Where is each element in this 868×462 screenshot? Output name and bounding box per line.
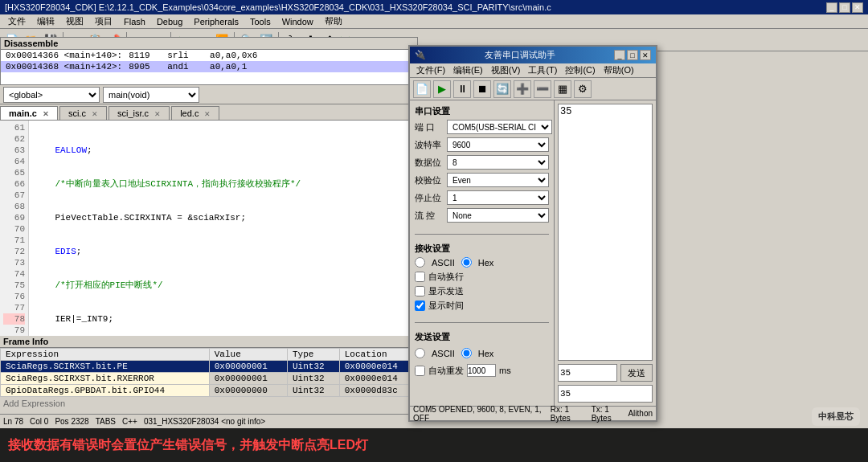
send-hex-label: Hex [478,349,494,358]
serial-clear-btn[interactable]: 🔄 [493,80,511,98]
tab-led-c[interactable]: led.c ✕ [171,106,219,120]
recv-hex-radio[interactable] [461,257,472,268]
frame-loc-3: 0x0000d83c [339,385,417,397]
menu-help[interactable]: 帮助 [320,14,347,28]
frame-row-1: SciaRegs.SCIRXST.bit.PE 0x00000001 Uint3… [1,361,418,373]
status-col: Col 0 [30,417,48,426]
menu-view[interactable]: 视图 [61,14,88,28]
global-dropdown[interactable]: <global> [3,87,100,103]
dis-code-1: 8119 [129,51,161,60]
serial-send-area[interactable]: 35 [558,364,617,382]
serial-minimize-btn[interactable]: _ [614,50,625,60]
databits-select[interactable]: 8 [447,155,549,170]
serial-input-area[interactable]: 35 [558,385,653,403]
baud-label: 波特率 [415,139,447,151]
menu-flash[interactable]: Flash [119,16,150,27]
auto-newline-check[interactable] [415,272,425,282]
send-encoding-group: ASCII Hex [415,348,549,358]
ln-71: 71 [3,235,25,246]
show-time-check[interactable] [415,301,425,311]
send-settings-label: 发送设置 [415,331,549,343]
serial-maximize-btn[interactable]: □ [627,50,638,60]
watermark: 中科昱芯 [812,407,860,426]
line-numbers: 61 62 63 64 65 66 67 68 69 70 71 72 73 7… [0,121,29,336]
frame-loc-1: 0x0000e014 [339,361,417,373]
serial-menu-file[interactable]: 文件(F) [413,63,448,77]
stopbits-select[interactable]: 1 [447,190,549,205]
menu-window[interactable]: Window [277,16,318,27]
col-expression: Expression [1,349,210,361]
send-value: 35 [560,368,571,378]
serial-content: 串口设置 端 口 COM5(USB-SERIAL CI 波特率 9600 数据位 [410,100,656,406]
tab-close-led[interactable]: ✕ [204,110,211,118]
serial-open-btn[interactable]: 📄 [413,80,431,98]
serial-left-panel: 串口设置 端 口 COM5(USB-SERIAL CI 波特率 9600 数据位 [410,100,555,406]
menu-file[interactable]: 文件 [3,14,31,28]
close-btn[interactable]: ✕ [852,2,863,13]
tab-main-c[interactable]: main.c ✕ [0,106,58,120]
serial-minus-btn[interactable]: ➖ [534,80,551,98]
serial-menu: 文件(F) 编辑(E) 视图(V) 工具(T) 控制(C) 帮助(O) [410,63,656,78]
ide-menu-bar: 文件 编辑 视图 项目 Flash Debug Peripherals Tool… [0,14,868,29]
send-ascii-label: ASCII [432,349,455,358]
send-ascii-radio[interactable] [415,348,425,358]
menu-edit[interactable]: 编辑 [32,14,59,28]
serial-menu-help[interactable]: 帮助(O) [600,63,637,77]
tab-close-sci[interactable]: ✕ [92,110,98,118]
menu-peripherals[interactable]: Peripherals [189,16,244,27]
code-line-66: IER|=_INT9; [34,313,413,325]
baud-select[interactable]: 9600 [447,137,549,152]
tab-close-main[interactable]: ✕ [43,110,49,118]
serial-status-text: COM5 OPENED, 9600, 8, EVEN, 1, OFF [413,405,547,423]
auto-repeat-check[interactable] [415,366,425,376]
serial-stop-btn[interactable]: ⏹ [473,80,491,98]
auto-repeat-interval[interactable] [467,364,496,377]
ln-77: 77 [3,302,25,313]
menu-tools[interactable]: Tools [245,16,276,27]
show-send-check[interactable] [415,286,425,296]
serial-menu-edit[interactable]: 编辑(E) [450,63,486,77]
watermark-text: 中科昱芯 [818,411,854,421]
send-button[interactable]: 发送 [620,364,653,382]
dis-addr-2: 0x00014368 <main+142>: [6,62,122,72]
serial-recv-area[interactable]: 35 [558,104,653,361]
func-dropdown[interactable]: main(void) [103,87,199,103]
ln-69: 69 [3,212,25,223]
recv-ascii-radio[interactable] [415,257,425,268]
frame-expr-1: SciaRegs.SCIRXST.bit.PE [1,361,210,373]
auto-repeat-row: 自动重发 ms [415,364,549,377]
serial-menu-tools[interactable]: 工具(T) [525,63,560,77]
nav-toolbar: <global> main(void) [0,85,418,104]
code-content[interactable]: EALLOW; /*中断向量表入口地址SCIRXINTA，指向执行接收校验程序*… [29,121,418,336]
add-expression[interactable]: Add Expression [0,397,418,410]
minimize-btn[interactable]: _ [826,2,837,13]
tab-sci-c[interactable]: sci.c ✕ [59,106,107,120]
tab-sci-isr-c[interactable]: sci_isr.c ✕ [108,106,170,120]
ms-label: ms [499,366,511,375]
port-settings-section: 串口设置 端 口 COM5(USB-SERIAL CI 波特率 9600 数据位 [415,105,549,226]
serial-connect-btn[interactable]: ▶ [433,80,451,98]
code-line-63: PieVectTable.SCIRXINTA = &sciaRxIsr; [34,212,413,223]
ln-73: 73 [3,257,25,268]
serial-add-btn[interactable]: ➕ [514,80,531,98]
menu-project[interactable]: 项目 [90,14,117,28]
parity-select[interactable]: Even [447,173,549,187]
serial-pause-btn[interactable]: ⏸ [453,80,471,98]
send-row: 35 发送 [558,364,653,382]
frame-val-2: 0x00000001 [209,373,287,385]
code-section: 61 62 63 64 65 66 67 68 69 70 71 72 73 7… [0,121,418,336]
flow-select[interactable]: None [447,208,549,223]
send-hex-radio[interactable] [461,348,472,358]
serial-menu-control[interactable]: 控制(C) [562,63,598,77]
serial-settings-btn[interactable]: ⚙ [574,80,592,98]
serial-close-btn[interactable]: ✕ [640,50,651,60]
port-select[interactable]: COM5(USB-SERIAL CI [447,120,552,134]
tab-close-sci-isr[interactable]: ✕ [154,110,161,118]
serial-menu-view[interactable]: 视图(V) [488,63,524,77]
menu-debug[interactable]: Debug [152,16,187,27]
dis-instr-2: andi a0,a0,1 [167,62,247,72]
maximize-btn[interactable]: □ [839,2,850,13]
flow-row: 流 控 None [415,208,549,223]
ln-70: 70 [3,223,25,235]
serial-layout-btn[interactable]: ▦ [554,80,571,98]
